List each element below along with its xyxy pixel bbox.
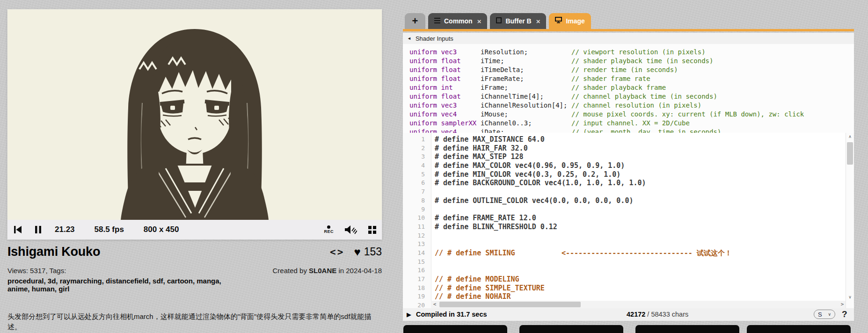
tab-image-label: Image bbox=[566, 17, 584, 25]
tags-line-1[interactable]: procedural, 3d, raymarching, distancefie… bbox=[7, 277, 382, 285]
code-line[interactable]: 14// # define SMILING <-----------------… bbox=[403, 249, 846, 258]
uniform-line: uniform vec4iMouse;// mouse pixel coords… bbox=[409, 110, 854, 119]
code-line[interactable]: 1# define MAX_DISTANCE 64.0 bbox=[403, 135, 846, 144]
code-line[interactable]: 12 bbox=[403, 232, 846, 240]
line-number: 17 bbox=[403, 275, 431, 284]
shader-description: 头发部分想到了可以从远处反方向往相机march，这样就能通过渲染物体的"背面"使… bbox=[7, 311, 382, 332]
code-line[interactable]: 15 bbox=[403, 258, 846, 267]
font-size-dropdown[interactable]: S ∨ bbox=[814, 310, 835, 319]
uniform-comment: // channel playback time (in seconds) bbox=[571, 93, 717, 100]
code-text bbox=[431, 205, 435, 214]
uniform-comment: // (year, month, day, time in seconds) bbox=[571, 128, 721, 133]
code-text: // # define NOHAIR bbox=[431, 292, 511, 301]
line-number: 19 bbox=[403, 292, 431, 301]
code-line[interactable]: 5# define MIN_COLOR vec4(0.3, 0.25, 0.2,… bbox=[403, 170, 846, 179]
code-line[interactable]: 19// # define NOHAIR bbox=[403, 292, 846, 301]
tab-image[interactable]: Image bbox=[549, 13, 591, 29]
volume-icon[interactable] bbox=[344, 225, 357, 234]
views-and-tags-label: Views: 5317, Tags: bbox=[7, 267, 66, 275]
scroll-up-icon[interactable]: ∧ bbox=[846, 133, 854, 140]
fps-readout: 58.5 fps bbox=[95, 225, 124, 234]
code-line[interactable]: 11# define BLINK_THRESHOLD 0.12 bbox=[403, 223, 846, 232]
uniform-name: iChannelResolution[4]; bbox=[481, 101, 571, 110]
tab-common-close-icon[interactable]: × bbox=[477, 17, 481, 25]
scroll-down-icon[interactable]: ∨ bbox=[846, 293, 854, 301]
compile-play-icon[interactable]: ▶ bbox=[407, 311, 411, 318]
uniform-name: iDate; bbox=[481, 128, 571, 133]
char-count: 42172 / 58433 chars bbox=[627, 311, 688, 318]
uniform-comment: // shader playback frame bbox=[571, 84, 666, 91]
uniform-line: uniform floatiTimeDelta;// render time (… bbox=[409, 65, 854, 74]
code-line[interactable]: 6# define BACKGROUND_COLOR vec4(1.0, 1.0… bbox=[403, 179, 846, 188]
uniform-line: uniform vec3iChannelResolution[4];// cha… bbox=[409, 101, 854, 110]
author-link[interactable]: SL0ANE bbox=[309, 267, 336, 275]
uniform-line: uniform intiFrame;// shader playback fra… bbox=[409, 83, 854, 92]
uniform-name: iMouse; bbox=[481, 110, 571, 119]
tags-line-2[interactable]: anime, human, girl bbox=[7, 285, 382, 293]
uniform-line: uniform floatiChannelTime[4];// channel … bbox=[409, 92, 854, 101]
fullscreen-icon[interactable] bbox=[368, 226, 376, 234]
scroll-right-icon[interactable]: > bbox=[839, 301, 846, 308]
vertical-scrollbar[interactable]: ∧ ∨ bbox=[846, 133, 854, 308]
uniform-line: uniform floatiFrameRate;// shader frame … bbox=[409, 74, 854, 83]
record-label: REC bbox=[324, 230, 334, 234]
active-tab-accent-bar bbox=[403, 29, 854, 31]
code-line[interactable]: 3# define MAX_STEP 128 bbox=[403, 152, 846, 161]
vertical-scrollbar-thumb[interactable] bbox=[847, 142, 853, 165]
uniform-name: iResolution; bbox=[481, 48, 571, 57]
code-text bbox=[431, 266, 435, 275]
help-button[interactable]: ? bbox=[842, 309, 847, 319]
code-line[interactable]: 18// # define SIMPLE_TEXTURE bbox=[403, 284, 846, 293]
player-bar: 21.23 58.5 fps 800 x 450 REC bbox=[7, 220, 382, 239]
uniform-comment: // shader playback time (in seconds) bbox=[571, 57, 713, 65]
line-number: 11 bbox=[403, 223, 431, 232]
line-number: 20 bbox=[403, 301, 431, 308]
channel-slot-1[interactable] bbox=[519, 325, 623, 333]
tab-buffer-b[interactable]: Buffer B × bbox=[490, 13, 546, 29]
horizontal-scrollbar[interactable]: < > bbox=[431, 301, 846, 308]
new-tab-button[interactable]: + bbox=[405, 13, 425, 29]
editor-tab-bar: + Common × Buffer B × Image bbox=[403, 13, 591, 29]
pause-icon[interactable] bbox=[35, 225, 42, 234]
embed-code-icon[interactable]: <> bbox=[330, 246, 344, 258]
line-number: 3 bbox=[403, 152, 431, 161]
line-number: 13 bbox=[403, 240, 431, 249]
line-number: 18 bbox=[403, 284, 431, 293]
code-line[interactable]: 13 bbox=[403, 240, 846, 249]
code-text: # define MAX_DISTANCE 64.0 bbox=[431, 135, 545, 144]
created-by-line: Created by SL0ANE in 2024-04-18 bbox=[273, 267, 382, 275]
collapse-triangle-icon: ◄ bbox=[407, 36, 411, 41]
uniform-name: iChannel0..3; bbox=[481, 119, 571, 128]
uniform-keyword: uniform int bbox=[409, 83, 481, 92]
code-line[interactable]: 17// # define MODELING bbox=[403, 275, 846, 284]
channel-slot-2[interactable] bbox=[635, 325, 739, 333]
uniform-line: uniform floatiTime;// shader playback ti… bbox=[409, 57, 854, 65]
shader-inputs-header[interactable]: ◄ Shader Inputs bbox=[403, 33, 854, 44]
record-button[interactable]: REC bbox=[324, 225, 334, 234]
skip-to-start-icon[interactable] bbox=[13, 225, 22, 234]
uniform-name: iFrameRate; bbox=[481, 74, 571, 83]
tab-buffer-b-close-icon[interactable]: × bbox=[536, 17, 540, 25]
scroll-left-icon[interactable]: < bbox=[431, 301, 438, 308]
like-heart-icon[interactable]: ♥ bbox=[354, 246, 360, 258]
description-line-2: 述。 bbox=[7, 322, 382, 332]
playback-time: 21.23 bbox=[55, 225, 75, 234]
code-line[interactable]: 9 bbox=[403, 205, 846, 214]
char-count-total: / 58433 chars bbox=[645, 311, 688, 318]
channel-slot-3[interactable] bbox=[747, 325, 851, 333]
code-line[interactable]: 7 bbox=[403, 188, 846, 196]
channel-slot-0[interactable] bbox=[403, 325, 507, 333]
line-number: 7 bbox=[403, 188, 431, 196]
code-text: # define MIN_COLOR vec4(0.3, 0.25, 0.2, … bbox=[431, 170, 620, 179]
code-line[interactable]: 16 bbox=[403, 266, 846, 275]
code-editor[interactable]: 1# define MAX_DISTANCE 64.02# define HAI… bbox=[403, 133, 854, 308]
horizontal-scrollbar-thumb[interactable] bbox=[439, 302, 581, 307]
code-line[interactable]: 2# define HAIR_FAR 32.0 bbox=[403, 144, 846, 153]
uniform-comment: // channel resolution (in pixels) bbox=[571, 101, 701, 109]
tab-common[interactable]: Common × bbox=[428, 13, 487, 29]
code-line[interactable]: 10# define FRAME_RATE 12.0 bbox=[403, 214, 846, 223]
code-line[interactable]: 4# define MAX_COLOR vec4(0.96, 0.95, 0.9… bbox=[403, 161, 846, 170]
resolution-readout: 800 x 450 bbox=[144, 225, 179, 234]
code-line[interactable]: 8# define OUTLINE_COLOR vec4(0.0, 0.0, 0… bbox=[403, 196, 846, 205]
shader-canvas[interactable] bbox=[7, 9, 382, 220]
